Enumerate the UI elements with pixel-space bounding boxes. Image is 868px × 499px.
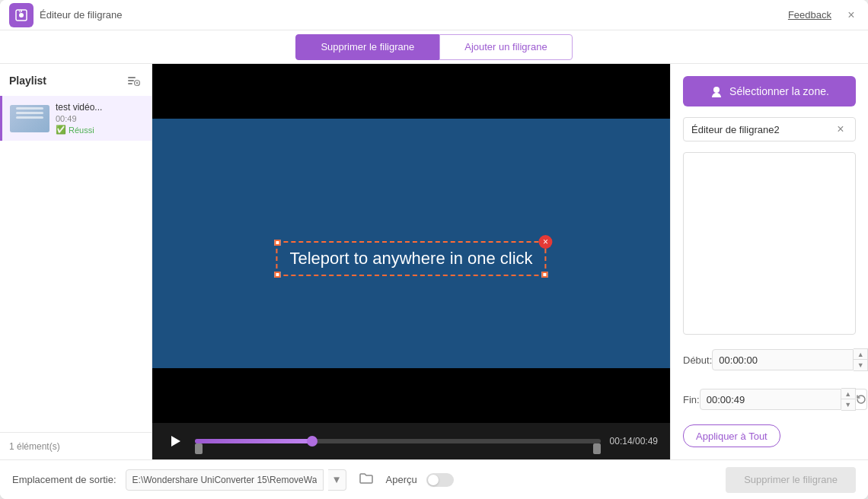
sidebar-footer: 1 élément(s) xyxy=(0,432,152,459)
title-bar-left: Éditeur de filigrane xyxy=(9,3,122,27)
end-time-row: Fin: ▲ ▼ xyxy=(683,385,856,414)
tab-add-watermark[interactable]: Ajouter un filigrane xyxy=(439,34,572,60)
output-path-container: ▼ xyxy=(126,469,346,491)
status-text: Réussi xyxy=(69,126,94,135)
output-label: Emplacement de sortie: xyxy=(12,474,116,485)
watermark-text: Teleport to anywhere in one click xyxy=(289,249,532,268)
watermark-close-button[interactable]: × xyxy=(539,235,553,249)
select-zone-label: Sélectionner la zone. xyxy=(729,85,829,97)
handle-bottom-right[interactable] xyxy=(542,272,548,278)
play-button[interactable] xyxy=(164,431,186,452)
time-display: 00:14/00:49 xyxy=(610,436,658,447)
handle-top-left[interactable] xyxy=(274,240,280,246)
svg-point-11 xyxy=(713,87,720,93)
end-time-reset[interactable] xyxy=(856,389,867,410)
end-time-input[interactable] xyxy=(700,389,841,410)
folder-button[interactable] xyxy=(356,469,377,491)
sidebar-header: Playlist xyxy=(0,64,152,96)
progress-start-handle[interactable] xyxy=(195,443,203,454)
svg-line-3 xyxy=(19,11,21,13)
start-label: Début: xyxy=(683,354,712,366)
playlist-thumbnail xyxy=(10,105,49,132)
output-path-input[interactable] xyxy=(126,469,324,491)
preview-toggle[interactable] xyxy=(426,473,454,487)
playlist-info: test vidéo... 00:49 ✅ Réussi xyxy=(56,102,102,135)
title-bar-right: Feedback × xyxy=(788,8,859,23)
app-window: Éditeur de filigrane Feedback × Supprime… xyxy=(0,0,868,499)
element-count: 1 élément(s) xyxy=(9,441,60,452)
video-container: × Teleport to anywhere in one click xyxy=(152,64,670,423)
start-time-row: Début: ▲ ▼ xyxy=(683,345,856,374)
progress-thumb[interactable] xyxy=(307,436,318,447)
preview-label: Aperçu xyxy=(386,474,417,485)
start-time-spinners: ▲ ▼ xyxy=(854,348,868,371)
progress-fill xyxy=(195,439,312,443)
tab-remove-watermark[interactable]: Supprimer le filigrane xyxy=(295,34,439,60)
playlist-item-duration: 00:49 xyxy=(56,114,102,123)
sidebar: Playlist xyxy=(0,64,152,459)
app-icon xyxy=(9,3,34,27)
end-time-up[interactable]: ▲ xyxy=(841,389,855,399)
zone-input-row: × xyxy=(683,117,856,141)
playlist-item-status: ✅ Réussi xyxy=(56,125,102,135)
video-area: × Teleport to anywhere in one click xyxy=(152,64,670,459)
playlist-item[interactable]: test vidéo... 00:49 ✅ Réussi xyxy=(0,96,152,141)
toggle-knob xyxy=(428,475,439,485)
svg-rect-4 xyxy=(128,77,136,78)
sidebar-title: Playlist xyxy=(9,75,46,87)
svg-marker-10 xyxy=(171,436,180,447)
title-bar: Éditeur de filigrane Feedback × xyxy=(0,0,868,30)
apply-all-button[interactable]: Appliquer à Tout xyxy=(683,424,780,447)
end-time-down[interactable]: ▼ xyxy=(841,399,855,410)
close-button[interactable]: × xyxy=(844,8,859,23)
start-time-input[interactable] xyxy=(712,349,854,370)
zone-area xyxy=(683,152,856,335)
tab-bar: Supprimer le filigrane Ajouter un filigr… xyxy=(0,30,868,64)
feedback-link[interactable]: Feedback xyxy=(788,9,831,21)
check-icon: ✅ xyxy=(56,125,66,135)
bottom-bar: Emplacement de sortie: ▼ Aperçu Supprime… xyxy=(0,459,868,499)
video-top-black xyxy=(152,64,670,119)
progress-bar[interactable] xyxy=(195,439,601,443)
handle-bottom-left[interactable] xyxy=(274,272,280,278)
watermark-selection-box[interactable]: × Teleport to anywhere in one click xyxy=(276,241,546,276)
progress-end-handle[interactable] xyxy=(593,443,601,454)
svg-rect-5 xyxy=(128,80,134,81)
right-panel: Sélectionner la zone. × Début: ▲ ▼ xyxy=(670,64,868,459)
playlist-item-name: test vidéo... xyxy=(56,102,102,113)
svg-point-1 xyxy=(19,13,24,17)
select-zone-button[interactable]: Sélectionner la zone. xyxy=(683,76,856,106)
output-dropdown-button[interactable]: ▼ xyxy=(328,469,346,491)
zone-clear-button[interactable]: × xyxy=(834,122,847,136)
zone-name-input[interactable] xyxy=(691,124,828,135)
main-content: Playlist xyxy=(0,64,868,459)
window-title: Éditeur de filigrane xyxy=(40,9,122,21)
video-main: × Teleport to anywhere in one click xyxy=(152,64,670,423)
end-time-spinners: ▲ ▼ xyxy=(841,388,856,411)
end-label: Fin: xyxy=(683,394,700,405)
svg-rect-6 xyxy=(128,83,132,84)
add-to-playlist-button[interactable] xyxy=(124,72,142,90)
remove-watermark-button[interactable]: Supprimer le filigrane xyxy=(726,467,856,493)
video-bottom-black xyxy=(152,368,670,423)
start-time-up[interactable]: ▲ xyxy=(854,349,867,360)
video-controls: 00:14/00:49 xyxy=(152,423,670,459)
start-time-down[interactable]: ▼ xyxy=(854,360,867,370)
